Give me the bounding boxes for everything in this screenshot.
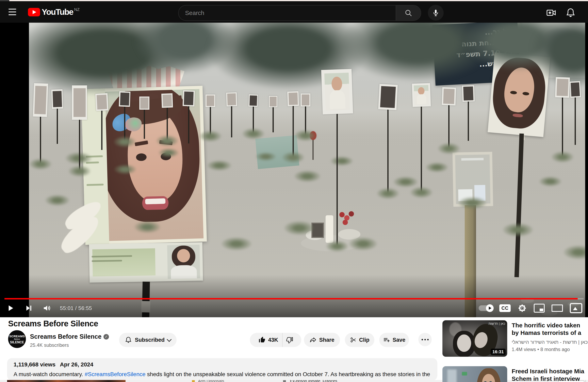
memorial-photo: [74, 88, 86, 117]
play-icon: [6, 304, 15, 313]
subscriber-count: 25.4K subscribers: [30, 342, 69, 348]
video-thumbnail[interactable]: כאן | חדשות 16:31: [442, 320, 507, 357]
memorial-post-pole: [468, 100, 469, 141]
share-button[interactable]: Share: [304, 333, 340, 347]
search-input[interactable]: [179, 5, 396, 20]
peek-image-strip: [7, 380, 126, 382]
like-button[interactable]: 43K: [253, 333, 283, 347]
memorial-post: [321, 69, 353, 114]
grass-tuft: [539, 177, 562, 186]
channel-name[interactable]: Screams Before Silence: [30, 333, 102, 340]
grass-tuft: [294, 130, 317, 141]
next-button[interactable]: [21, 302, 37, 315]
fullscreen-button[interactable]: [570, 302, 582, 315]
like-count: 43K: [268, 337, 278, 343]
youtube-logo-text: YouTube: [42, 7, 73, 17]
video-thumbnail[interactable]: [442, 366, 507, 382]
play-button[interactable]: [4, 302, 17, 315]
share-icon: [309, 336, 317, 343]
grass-tuft: [349, 237, 377, 250]
time-duration: 56:55: [78, 305, 92, 311]
grass-tuft: [256, 152, 276, 161]
memorial-photo: [463, 87, 473, 101]
create-button[interactable]: [545, 7, 557, 19]
volume-icon: [42, 304, 51, 313]
duration-badge: 16:31: [491, 349, 505, 355]
memorial-photo: [302, 95, 309, 105]
grass-tuft: [393, 177, 418, 187]
channel-avatar[interactable]: SCREAMS Before SILENCE: [8, 330, 26, 348]
grass-tuft: [438, 143, 460, 154]
grass-tuft: [410, 187, 433, 198]
player-controls: 55:01 / 56:55 CC: [4, 302, 584, 315]
memorial-photo: [97, 95, 107, 110]
notifications-button[interactable]: [565, 7, 577, 19]
grass-tuft: [156, 135, 178, 146]
youtube-logo[interactable]: YouTube NZ: [28, 7, 80, 17]
memorial-post-pole: [336, 113, 338, 246]
menu-icon[interactable]: [8, 9, 16, 15]
miniplayer-button[interactable]: [534, 302, 545, 315]
memorial-post: [226, 92, 237, 106]
memorial-post: [161, 93, 173, 108]
peek-favicon: [192, 380, 195, 382]
memorial-photo: [52, 91, 62, 107]
grass-tuft: [65, 152, 92, 164]
video-frame[interactable]: על נר...שב׳ ...חת תנוה7.10.23 תשפ״דכ״ב ה…: [29, 23, 585, 317]
memorial-post: [378, 84, 398, 110]
memorial-photo: [571, 82, 580, 96]
volume-button[interactable]: [40, 302, 54, 315]
youtube-navbar: YouTube NZ: [0, 1, 588, 23]
more-actions-button[interactable]: [418, 333, 432, 346]
region-label: NZ: [74, 7, 80, 12]
subtitles-button[interactable]: CC: [499, 304, 511, 312]
progress-bar[interactable]: [4, 298, 584, 300]
search-button[interactable]: [396, 5, 421, 20]
hashtag-link[interactable]: #ScreamsBeforeSilence: [85, 371, 145, 377]
memorial-post: [249, 94, 258, 107]
grass-tuft: [503, 223, 533, 237]
memorial-post: [119, 91, 131, 107]
recommended-video[interactable]: כאן | חדשות 16:31 The horrific video tak…: [442, 320, 588, 357]
voice-search-button[interactable]: [428, 5, 444, 21]
subscribed-button[interactable]: Subscribed: [119, 333, 177, 347]
clip-button[interactable]: Clip: [345, 333, 374, 347]
portrait-face: [331, 77, 342, 91]
memorial-post-pole: [293, 105, 294, 157]
recommended-meta: 1.4M views • 8 months ago: [512, 347, 588, 352]
grass-tuft: [564, 245, 585, 259]
settings-button[interactable]: [518, 302, 527, 315]
grass-tuft: [199, 131, 222, 142]
recommended-video[interactable]: Freed Israeli hostage Mia Schem in first…: [442, 366, 588, 382]
grass-tuft: [114, 136, 136, 147]
fullscreen-icon: [570, 303, 582, 313]
memorial-post-pole: [575, 96, 576, 145]
scissors-icon: [350, 337, 357, 343]
create-video-icon: [546, 7, 556, 18]
theater-icon: [551, 304, 563, 312]
save-button[interactable]: Save: [379, 333, 409, 347]
recommended-channel: כאן | חדשות - תאגיד השידור הישראלי: [512, 339, 588, 345]
grass-tuft: [45, 195, 69, 206]
like-dislike-pill: 43K: [250, 333, 301, 347]
bell-icon: [565, 7, 576, 18]
recommended-title: Freed Israeli hostage Mia Schem in first…: [512, 367, 588, 382]
theater-mode-button[interactable]: [551, 302, 563, 315]
description-box[interactable]: 1,119,668 views Apr 26, 2024 A must-watc…: [7, 358, 437, 380]
video-player[interactable]: על נר...שב׳ ...חת תנוה7.10.23 תשפ״דכ״ב ה…: [0, 23, 588, 317]
grass-tuft: [159, 148, 179, 157]
memorial-post-pole: [273, 106, 274, 132]
memorial-post: [33, 83, 48, 117]
peek-item: Ex-prison inmate, Frances: [290, 380, 337, 382]
memorial-post-pole: [188, 105, 189, 143]
memorial-photo: [443, 89, 455, 104]
portrait-body: [417, 94, 426, 104]
memorial-photo: [207, 96, 214, 106]
dislike-button[interactable]: [283, 333, 298, 347]
progress-played: [4, 298, 578, 300]
peek-item: Arm Disposals: [198, 380, 224, 382]
autoplay-toggle[interactable]: [479, 305, 493, 311]
time-display: 55:01 / 56:55: [60, 305, 92, 311]
grass-tuft: [29, 159, 52, 170]
memorial-post: [95, 93, 108, 111]
